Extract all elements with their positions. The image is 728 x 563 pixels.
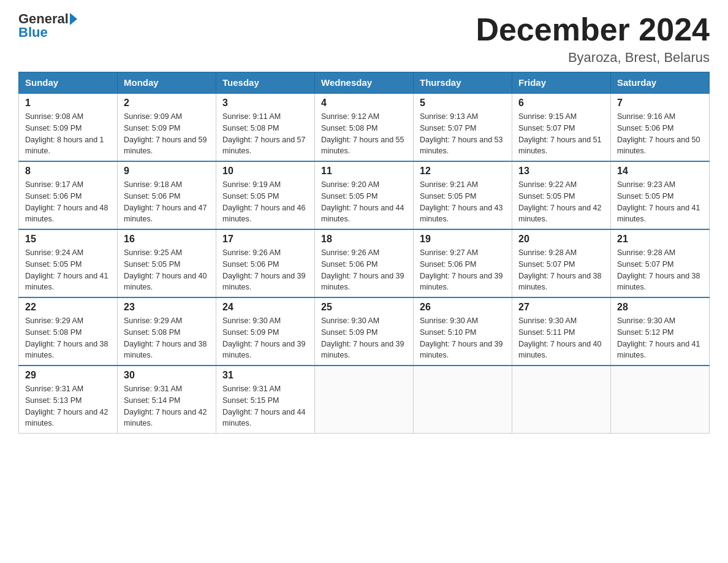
calendar-cell-week3-day3: 18Sunrise: 9:26 AMSunset: 5:06 PMDayligh… — [315, 229, 414, 297]
day-number: 4 — [321, 98, 407, 109]
header-sunday: Sunday — [19, 72, 118, 94]
day-info: Sunrise: 9:26 AMSunset: 5:06 PMDaylight:… — [222, 247, 308, 293]
calendar-cell-week5-day5 — [512, 366, 611, 434]
calendar-cell-week4-day1: 23Sunrise: 9:29 AMSunset: 5:08 PMDayligh… — [118, 297, 216, 366]
calendar-cell-week3-day5: 20Sunrise: 9:28 AMSunset: 5:07 PMDayligh… — [512, 229, 611, 297]
day-info: Sunrise: 9:13 AMSunset: 5:07 PMDaylight:… — [420, 111, 506, 157]
calendar-table: SundayMondayTuesdayWednesdayThursdayFrid… — [18, 72, 710, 434]
page-header: General Blue December 2024 Byaroza, Bres… — [18, 12, 710, 66]
location-subtitle: Byaroza, Brest, Belarus — [476, 50, 710, 66]
title-block: December 2024 Byaroza, Brest, Belarus — [476, 12, 710, 66]
day-number: 25 — [321, 302, 407, 313]
day-number: 16 — [124, 234, 210, 245]
calendar-cell-week4-day4: 26Sunrise: 9:30 AMSunset: 5:10 PMDayligh… — [414, 297, 512, 366]
day-info: Sunrise: 9:21 AMSunset: 5:05 PMDaylight:… — [420, 179, 506, 225]
calendar-cell-week1-day6: 7Sunrise: 9:16 AMSunset: 5:06 PMDaylight… — [611, 93, 710, 161]
header-tuesday: Tuesday — [216, 72, 315, 94]
day-info: Sunrise: 9:15 AMSunset: 5:07 PMDaylight:… — [518, 111, 604, 157]
day-number: 23 — [124, 302, 210, 313]
calendar-cell-week1-day0: 1Sunrise: 9:08 AMSunset: 5:09 PMDaylight… — [19, 93, 118, 161]
day-number: 22 — [25, 302, 111, 313]
day-info: Sunrise: 9:31 AMSunset: 5:14 PMDaylight:… — [124, 383, 210, 429]
header-saturday: Saturday — [611, 72, 710, 94]
month-title: December 2024 — [476, 12, 710, 47]
day-number: 21 — [617, 234, 703, 245]
day-number: 15 — [25, 234, 111, 245]
day-number: 3 — [222, 98, 308, 109]
day-number: 13 — [518, 166, 604, 177]
header-monday: Monday — [118, 72, 216, 94]
week-row-2: 8Sunrise: 9:17 AMSunset: 5:06 PMDaylight… — [19, 161, 710, 229]
day-info: Sunrise: 9:30 AMSunset: 5:09 PMDaylight:… — [321, 315, 407, 361]
calendar-cell-week5-day0: 29Sunrise: 9:31 AMSunset: 5:13 PMDayligh… — [19, 366, 118, 434]
calendar-cell-week5-day2: 31Sunrise: 9:31 AMSunset: 5:15 PMDayligh… — [216, 366, 315, 434]
calendar-cell-week3-day2: 17Sunrise: 9:26 AMSunset: 5:06 PMDayligh… — [216, 229, 315, 297]
day-number: 12 — [420, 166, 506, 177]
day-info: Sunrise: 9:30 AMSunset: 5:12 PMDaylight:… — [617, 315, 703, 361]
week-row-4: 22Sunrise: 9:29 AMSunset: 5:08 PMDayligh… — [19, 297, 710, 366]
day-number: 20 — [518, 234, 604, 245]
day-info: Sunrise: 9:29 AMSunset: 5:08 PMDaylight:… — [25, 315, 111, 361]
day-number: 9 — [124, 166, 210, 177]
day-info: Sunrise: 9:30 AMSunset: 5:11 PMDaylight:… — [518, 315, 604, 361]
calendar-cell-week4-day6: 28Sunrise: 9:30 AMSunset: 5:12 PMDayligh… — [611, 297, 710, 366]
day-number: 19 — [420, 234, 506, 245]
day-info: Sunrise: 9:30 AMSunset: 5:10 PMDaylight:… — [420, 315, 506, 361]
day-info: Sunrise: 9:28 AMSunset: 5:07 PMDaylight:… — [617, 247, 703, 293]
calendar-cell-week2-day6: 14Sunrise: 9:23 AMSunset: 5:05 PMDayligh… — [611, 161, 710, 229]
day-number: 1 — [25, 98, 111, 109]
day-info: Sunrise: 9:17 AMSunset: 5:06 PMDaylight:… — [25, 179, 111, 225]
day-info: Sunrise: 9:18 AMSunset: 5:06 PMDaylight:… — [124, 179, 210, 225]
week-row-5: 29Sunrise: 9:31 AMSunset: 5:13 PMDayligh… — [19, 366, 710, 434]
calendar-cell-week5-day1: 30Sunrise: 9:31 AMSunset: 5:14 PMDayligh… — [118, 366, 216, 434]
day-number: 27 — [518, 302, 604, 313]
day-number: 17 — [222, 234, 308, 245]
calendar-cell-week1-day5: 6Sunrise: 9:15 AMSunset: 5:07 PMDaylight… — [512, 93, 611, 161]
day-number: 18 — [321, 234, 407, 245]
day-info: Sunrise: 9:23 AMSunset: 5:05 PMDaylight:… — [617, 179, 703, 225]
day-number: 14 — [617, 166, 703, 177]
calendar-cell-week2-day3: 11Sunrise: 9:20 AMSunset: 5:05 PMDayligh… — [315, 161, 414, 229]
day-number: 11 — [321, 166, 407, 177]
logo-arrow-icon — [70, 13, 77, 25]
day-number: 29 — [25, 370, 111, 381]
calendar-cell-week5-day3 — [315, 366, 414, 434]
day-number: 24 — [222, 302, 308, 313]
day-info: Sunrise: 9:24 AMSunset: 5:05 PMDaylight:… — [25, 247, 111, 293]
day-info: Sunrise: 9:12 AMSunset: 5:08 PMDaylight:… — [321, 111, 407, 157]
day-number: 28 — [617, 302, 703, 313]
header-wednesday: Wednesday — [315, 72, 414, 94]
day-info: Sunrise: 9:29 AMSunset: 5:08 PMDaylight:… — [124, 315, 210, 361]
day-number: 8 — [25, 166, 111, 177]
calendar-cell-week3-day4: 19Sunrise: 9:27 AMSunset: 5:06 PMDayligh… — [414, 229, 512, 297]
day-info: Sunrise: 9:30 AMSunset: 5:09 PMDaylight:… — [222, 315, 308, 361]
header-thursday: Thursday — [414, 72, 512, 94]
day-number: 30 — [124, 370, 210, 381]
calendar-cell-week2-day4: 12Sunrise: 9:21 AMSunset: 5:05 PMDayligh… — [414, 161, 512, 229]
calendar-cell-week3-day1: 16Sunrise: 9:25 AMSunset: 5:05 PMDayligh… — [118, 229, 216, 297]
calendar-cell-week4-day0: 22Sunrise: 9:29 AMSunset: 5:08 PMDayligh… — [19, 297, 118, 366]
day-number: 10 — [222, 166, 308, 177]
calendar-header-row: SundayMondayTuesdayWednesdayThursdayFrid… — [19, 72, 710, 94]
day-info: Sunrise: 9:28 AMSunset: 5:07 PMDaylight:… — [518, 247, 604, 293]
day-info: Sunrise: 9:31 AMSunset: 5:13 PMDaylight:… — [25, 383, 111, 429]
day-number: 2 — [124, 98, 210, 109]
calendar-cell-week4-day2: 24Sunrise: 9:30 AMSunset: 5:09 PMDayligh… — [216, 297, 315, 366]
day-number: 6 — [518, 98, 604, 109]
logo-general: General — [18, 12, 69, 26]
calendar-cell-week3-day0: 15Sunrise: 9:24 AMSunset: 5:05 PMDayligh… — [19, 229, 118, 297]
day-info: Sunrise: 9:09 AMSunset: 5:09 PMDaylight:… — [124, 111, 210, 157]
calendar-cell-week4-day5: 27Sunrise: 9:30 AMSunset: 5:11 PMDayligh… — [512, 297, 611, 366]
calendar-cell-week2-day5: 13Sunrise: 9:22 AMSunset: 5:05 PMDayligh… — [512, 161, 611, 229]
calendar-cell-week5-day4 — [414, 366, 512, 434]
logo-blue: Blue — [18, 26, 77, 39]
calendar-cell-week1-day2: 3Sunrise: 9:11 AMSunset: 5:08 PMDaylight… — [216, 93, 315, 161]
day-number: 7 — [617, 98, 703, 109]
calendar-cell-week1-day3: 4Sunrise: 9:12 AMSunset: 5:08 PMDaylight… — [315, 93, 414, 161]
day-info: Sunrise: 9:31 AMSunset: 5:15 PMDaylight:… — [222, 383, 308, 429]
calendar-cell-week2-day0: 8Sunrise: 9:17 AMSunset: 5:06 PMDaylight… — [19, 161, 118, 229]
header-friday: Friday — [512, 72, 611, 94]
day-info: Sunrise: 9:11 AMSunset: 5:08 PMDaylight:… — [222, 111, 308, 157]
day-info: Sunrise: 9:27 AMSunset: 5:06 PMDaylight:… — [420, 247, 506, 293]
calendar-cell-week2-day2: 10Sunrise: 9:19 AMSunset: 5:05 PMDayligh… — [216, 161, 315, 229]
